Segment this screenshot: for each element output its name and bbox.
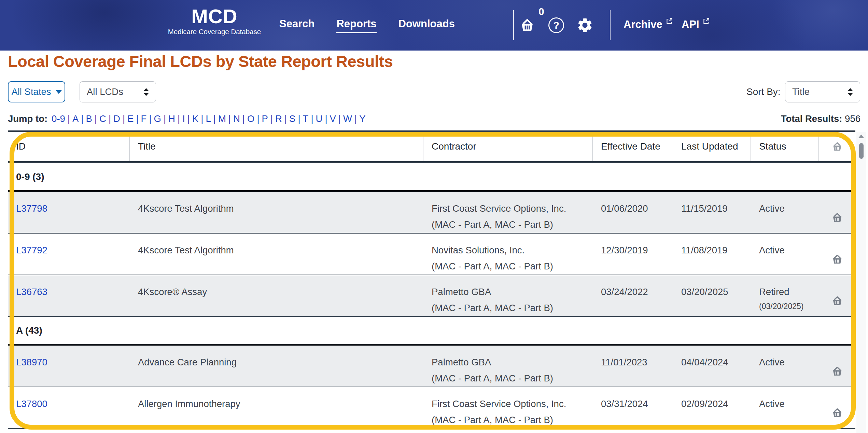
external-link-icon bbox=[702, 17, 710, 25]
last-updated-cell: 04/04/2024 bbox=[673, 346, 751, 387]
section-header-row: A (43) bbox=[8, 317, 855, 346]
jump-separator: | bbox=[336, 113, 343, 124]
jump-link-a[interactable]: A bbox=[72, 113, 79, 124]
jump-separator: | bbox=[185, 113, 192, 124]
jump-link-u[interactable]: U bbox=[316, 113, 323, 124]
page: MCD Medicare Coverage Database Search Re… bbox=[0, 0, 868, 433]
table-header-row: ID Title Contractor Effective Date Last … bbox=[8, 132, 855, 163]
add-to-basket-button[interactable] bbox=[831, 244, 843, 275]
id-cell: L37792 bbox=[8, 234, 130, 275]
jump-separator: | bbox=[92, 113, 99, 124]
jump-link-0-9[interactable]: 0-9 bbox=[52, 113, 65, 124]
nav-reports[interactable]: Reports bbox=[336, 18, 376, 33]
basket-icon bbox=[831, 141, 843, 152]
scroll-up-arrow-icon[interactable] bbox=[858, 135, 864, 138]
jump-link-y[interactable]: Y bbox=[359, 113, 365, 124]
lcd-id-link[interactable]: L37800 bbox=[16, 399, 47, 409]
sort-by-selected-value: Title bbox=[792, 86, 810, 97]
cart-cell bbox=[819, 275, 855, 316]
status-value: Active bbox=[759, 203, 815, 214]
add-to-basket-button[interactable] bbox=[831, 356, 843, 387]
jump-link-e[interactable]: E bbox=[127, 113, 134, 124]
basket-button[interactable] bbox=[519, 17, 536, 33]
mcd-logo-title: MCD bbox=[163, 5, 266, 27]
jump-link-n[interactable]: N bbox=[233, 113, 240, 124]
lcd-id-link[interactable]: L37792 bbox=[16, 245, 47, 255]
all-states-dropdown-button[interactable]: All States bbox=[8, 81, 65, 102]
title-cell: 4Kscore® Assay bbox=[130, 275, 423, 316]
last-updated-cell: 02/09/2024 bbox=[673, 387, 751, 428]
title-cell: Allergen Immunotherapy bbox=[130, 387, 423, 428]
jump-link-s[interactable]: S bbox=[289, 113, 295, 124]
all-states-label: All States bbox=[11, 86, 51, 97]
jump-link-l[interactable]: L bbox=[206, 113, 211, 124]
contractor-type: (MAC - Part A, MAC - Part B) bbox=[432, 261, 589, 272]
lcd-id-link[interactable]: L36763 bbox=[16, 287, 47, 297]
basket-count-badge: 0 bbox=[538, 6, 544, 17]
jump-separator: | bbox=[120, 113, 127, 124]
jump-separator: | bbox=[268, 113, 275, 124]
results-table-body: 0-9 (3)L377984Kscore Test AlgorithmFirst… bbox=[8, 163, 855, 429]
api-link-label: API bbox=[682, 18, 699, 31]
total-results: Total Results: 956 bbox=[781, 113, 860, 124]
jump-link-k[interactable]: K bbox=[192, 113, 198, 124]
jump-link-v[interactable]: V bbox=[330, 113, 336, 124]
jump-link-f[interactable]: F bbox=[141, 113, 147, 124]
add-to-basket-button[interactable] bbox=[831, 285, 843, 316]
jump-link-d[interactable]: D bbox=[113, 113, 120, 124]
status-value: Retired bbox=[759, 286, 815, 298]
lcd-type-selected-value: All LCDs bbox=[87, 86, 123, 97]
table-row: L37800Allergen ImmunotherapyFirst Coast … bbox=[8, 387, 855, 429]
effective-date-cell: 03/24/2022 bbox=[593, 275, 673, 316]
add-to-basket-button[interactable] bbox=[831, 202, 843, 233]
sort-by-select[interactable]: Title bbox=[785, 81, 860, 102]
jump-separator: | bbox=[161, 113, 168, 124]
settings-button[interactable] bbox=[576, 17, 593, 34]
title-cell: Advance Care Planning bbox=[130, 346, 423, 387]
mcd-logo[interactable]: MCD Medicare Coverage Database bbox=[163, 5, 266, 36]
contractor-cell: Novitas Solutions, Inc.(MAC - Part A, MA… bbox=[423, 234, 593, 275]
cart-cell bbox=[819, 387, 855, 428]
vertical-scrollbar[interactable] bbox=[856, 132, 866, 433]
basket-icon bbox=[519, 17, 536, 33]
contractor-type: (MAC - Part A, MAC - Part B) bbox=[432, 373, 589, 384]
nav-search[interactable]: Search bbox=[279, 18, 314, 33]
lcd-id-link[interactable]: L38970 bbox=[16, 357, 47, 367]
nav-downloads[interactable]: Downloads bbox=[398, 18, 455, 33]
jump-link-g[interactable]: G bbox=[154, 113, 161, 124]
jump-link-r[interactable]: R bbox=[275, 113, 282, 124]
jump-link-i[interactable]: I bbox=[182, 113, 185, 124]
api-link[interactable]: API bbox=[682, 18, 710, 31]
last-updated-cell: 11/15/2019 bbox=[673, 192, 751, 233]
jump-link-c[interactable]: C bbox=[99, 113, 106, 124]
jump-separator: | bbox=[254, 113, 262, 124]
contractor-name: First Coast Service Options, Inc. bbox=[432, 398, 589, 410]
jump-link-o[interactable]: O bbox=[247, 113, 254, 124]
top-header-bar: MCD Medicare Coverage Database Search Re… bbox=[0, 0, 868, 51]
jump-link-h[interactable]: H bbox=[168, 113, 175, 124]
help-button[interactable]: ? bbox=[548, 17, 564, 33]
jump-separator: | bbox=[295, 113, 303, 124]
status-cell: Active bbox=[751, 192, 819, 233]
jump-link-m[interactable]: M bbox=[218, 113, 226, 124]
column-header-id: ID bbox=[8, 132, 130, 161]
header-divider bbox=[513, 10, 514, 40]
status-value: Active bbox=[759, 357, 815, 368]
scrollbar-thumb[interactable] bbox=[859, 143, 864, 159]
contractor-type: (MAC - Part A, MAC - Part B) bbox=[432, 414, 589, 426]
jump-link-p[interactable]: P bbox=[262, 113, 268, 124]
table-row: L377984Kscore Test AlgorithmFirst Coast … bbox=[8, 192, 855, 234]
jump-separator: | bbox=[198, 113, 206, 124]
lcd-type-select[interactable]: All LCDs bbox=[80, 81, 156, 102]
lcd-id-link[interactable]: L37798 bbox=[16, 203, 47, 214]
contractor-cell: First Coast Service Options, Inc.(MAC - … bbox=[423, 387, 593, 428]
jump-link-w[interactable]: W bbox=[343, 113, 352, 124]
jump-link-b[interactable]: B bbox=[86, 113, 92, 124]
jump-bar: Jump to: 0-9|A|B|C|D|E|F|G|H|I|K|L|M|N|O… bbox=[8, 113, 860, 124]
jump-separator: | bbox=[106, 113, 113, 124]
jump-link-t[interactable]: T bbox=[303, 113, 309, 124]
add-to-basket-button[interactable] bbox=[831, 397, 843, 428]
archive-link[interactable]: Archive bbox=[624, 18, 673, 31]
contractor-name: Palmetto GBA bbox=[432, 286, 589, 298]
help-icon: ? bbox=[548, 17, 564, 33]
